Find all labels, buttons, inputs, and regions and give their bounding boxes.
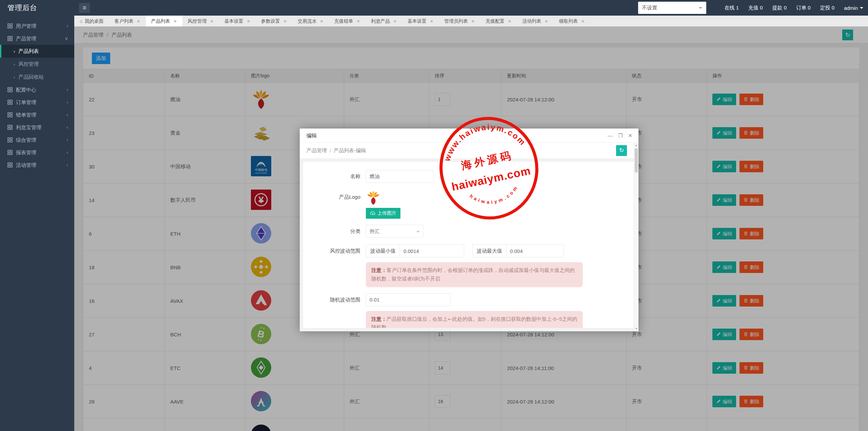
maximize-icon[interactable]: ❐ [618,129,623,143]
sidebar-item-label: 用户管理 [16,23,36,29]
tab-label: 风控管理 [188,18,207,24]
logo-label: 产品Logo [303,190,366,204]
sidebar-item-8[interactable]: 活动管理‹ [0,159,74,171]
chevron-down-icon [416,231,420,234]
chevron-left-icon: ‹ [66,83,68,96]
tab-客户列表[interactable]: 客户列表✕ [109,16,145,26]
tab-close-icon[interactable]: ✕ [247,19,250,24]
tab-参数设置[interactable]: 参数设置✕ [256,16,292,26]
tab-label: 参数设置 [261,18,280,24]
tab-close-icon[interactable]: ✕ [174,19,177,24]
upload-image-button[interactable]: 上传图片 [366,208,400,219]
tab-close-icon[interactable]: ✕ [430,19,433,24]
random-notice: 注意：产品获取接口值后，会加上+-此处的值。如5，则在接口获取的数据中加上-5~… [366,311,583,328]
sidebar-item-5[interactable]: 利息宝管理‹ [0,121,74,134]
modal-breadcrumb: 产品管理/产品列表-编辑 ↻ [300,143,638,158]
hamburger-menu-icon[interactable]: ≡ [79,3,90,13]
stat-online[interactable]: 在线 1 [725,5,739,11]
sidebar-item-label: 订单管理 [16,99,36,105]
tab-产品列表[interactable]: 产品列表✕ [146,16,182,26]
sidebar-item-7[interactable]: 报表管理‹ [0,146,74,159]
scrollbar-thumb[interactable] [635,148,638,173]
tab-活动列表[interactable]: 活动列表✕ [517,16,553,26]
tab-close-icon[interactable]: ✕ [581,19,585,24]
max-volatility-input[interactable] [506,244,564,257]
app-title: 管理后台 [0,0,74,16]
tab-close-icon[interactable]: ✕ [283,19,287,24]
category-select[interactable]: 外汇 [366,225,423,238]
sidebar-item-4[interactable]: 错单管理‹ [0,109,74,121]
header-select[interactable]: 不设置 [638,2,706,14]
tab-close-icon[interactable]: ✕ [545,19,548,24]
tab-label: 交易流水 [298,18,317,24]
modal-refresh-button[interactable]: ↻ [616,145,627,156]
chevron-left-icon: ‹ [66,96,68,109]
sidebar-item-label: 配置中心 [16,87,36,93]
tab-领取列表[interactable]: 领取列表✕ [553,16,590,26]
grid-icon [7,162,13,168]
stat-withdraw[interactable]: 提款 0 [772,5,787,11]
max-volatility-addon: 波动最大值 [472,244,506,257]
sidebar-item-3[interactable]: 订单管理‹ [0,96,74,109]
notice-text: 客户订单在条件范围内时，会根据订单的涨或跌，自动减或加最小值与最大值之间的随机数… [371,267,575,281]
category-value: 外汇 [370,228,380,234]
sidebar-item-0[interactable]: 用户管理‹ [0,20,74,32]
sidebar-item-label: 错单管理 [16,112,36,118]
edit-modal: 编辑 — ❐ ✕ 产品管理/产品列表-编辑 ↻ 名称 产品Logo 上传图片 [300,129,638,331]
sidebar-item-label: 利息宝管理 [16,124,41,130]
tab-close-icon[interactable]: ✕ [320,19,323,24]
header-right: 不设置 在线 1 充值 0 提款 0 订单 0 定投 0 admin [638,0,863,16]
min-volatility-input[interactable] [400,244,464,257]
tab-管理员列表[interactable]: 管理员列表✕ [439,16,480,26]
tab-我的桌面[interactable]: ⌂我的桌面 [74,16,109,26]
tab-close-icon[interactable]: ✕ [471,19,475,24]
sidebar-subitem-风控管理[interactable]: ›风控管理 [0,58,74,71]
sidebar-item-label: 产品管理 [16,36,36,41]
minimize-icon[interactable]: — [608,129,613,143]
name-input[interactable] [366,170,434,183]
modal-scrollbar[interactable]: ▲ ▼ [634,143,638,331]
tab-充值错单[interactable]: 充值错单✕ [329,16,366,26]
stat-order[interactable]: 订单 0 [796,5,811,11]
sidebar-item-2[interactable]: 配置中心‹ [0,83,74,96]
tab-交易流水[interactable]: 交易流水✕ [292,16,329,26]
tab-风控管理[interactable]: 风控管理✕ [182,16,219,26]
stat-invest[interactable]: 定投 0 [820,5,835,11]
chevron-left-icon: ‹ [66,121,68,134]
modal-breadcrumb-parent[interactable]: 产品管理 [307,148,327,153]
tab-close-icon[interactable]: ✕ [357,19,360,24]
sidebar-item-label: 活动管理 [16,162,36,168]
chevron-left-icon: ‹ [66,109,68,121]
stat-recharge[interactable]: 充值 0 [748,5,763,11]
name-label: 名称 [303,170,366,183]
sidebar-subitem-label: 风控管理 [18,61,39,67]
edit-form: 名称 产品Logo 上传图片 分类 外汇 [303,162,635,328]
modal-breadcrumb-current: 产品列表-编辑 [334,148,366,153]
grid-icon [7,125,13,130]
sidebar-item-label: 报表管理 [16,150,36,155]
grid-icon [7,112,13,117]
random-range-input[interactable] [366,293,451,306]
chevron-right-icon: › [14,62,15,67]
tab-close-icon[interactable]: ✕ [508,19,511,24]
tab-label: 利息产品 [371,18,390,24]
chevron-left-icon: ‹ [66,159,68,171]
tab-基本设置[interactable]: 基本设置✕ [219,16,256,26]
tab-基本设置[interactable]: 基本设置✕ [402,16,439,26]
tab-利息产品[interactable]: 利息产品✕ [366,16,402,26]
sidebar-menu: 用户管理‹产品管理∨›产品列表›风控管理›产品回收站配置中心‹订单管理‹错单管理… [0,16,74,171]
sidebar-subitem-产品列表[interactable]: ›产品列表 [0,45,74,58]
scroll-up-icon[interactable]: ▲ [634,144,638,147]
scroll-down-icon[interactable]: ▼ [634,327,638,330]
sidebar-item-6[interactable]: 综合管理‹ [0,134,74,146]
tab-close-icon[interactable]: ✕ [210,19,214,24]
tab-充值配置[interactable]: 充值配置✕ [480,16,517,26]
user-menu[interactable]: admin [844,5,863,11]
tab-close-icon[interactable]: ✕ [393,19,397,24]
tab-label: 领取列表 [559,18,578,24]
chevron-right-icon: › [14,49,15,54]
tab-close-icon[interactable]: ✕ [137,19,140,24]
sidebar-item-1[interactable]: 产品管理∨ [0,32,74,45]
close-icon[interactable]: ✕ [628,129,632,143]
sidebar-subitem-产品回收站[interactable]: ›产品回收站 [0,71,74,83]
